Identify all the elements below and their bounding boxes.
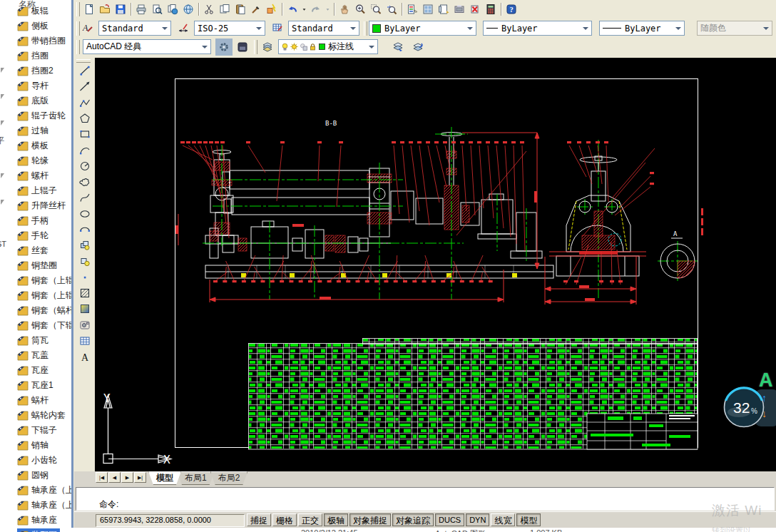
status-toggle-极轴[interactable]: 极轴 xyxy=(324,513,348,526)
status-toggle-线宽[interactable]: 线宽 xyxy=(491,513,515,526)
draw-tool-circle-button[interactable] xyxy=(76,158,93,174)
text-style-button[interactable]: A xyxy=(80,20,96,36)
chevron-down-icon[interactable] xyxy=(465,21,475,35)
file-list-item[interactable]: 铜套（上辊 xyxy=(17,274,74,287)
toolbar-etransmit-button[interactable] xyxy=(180,1,196,17)
command-input-area[interactable]: 命令: xyxy=(76,487,775,511)
toolbar-plot-button[interactable] xyxy=(133,1,149,17)
chevron-down-icon[interactable] xyxy=(200,40,210,53)
file-list-item[interactable]: 手轮 xyxy=(17,229,48,242)
draw-tool-line-button[interactable] xyxy=(76,63,93,78)
file-list-item[interactable]: 手柄 xyxy=(17,214,48,227)
toolbar-cut-button[interactable] xyxy=(201,1,217,17)
file-list-item[interactable]: 瓦盖 xyxy=(17,349,48,362)
toolbar-caret-gray-button[interactable] xyxy=(324,1,332,17)
toolbar-match-properties-button[interactable] xyxy=(248,1,264,17)
sun-freeze-icon[interactable] xyxy=(299,42,308,51)
toolbar-zoom-previous-button[interactable] xyxy=(384,1,399,17)
file-list-item[interactable]: 轴承座 xyxy=(17,513,57,527)
file-list-item[interactable]: 带销挡圈 xyxy=(17,34,66,48)
draw-tool-ellipse-button[interactable] xyxy=(76,206,93,222)
make-object-layer-current-button[interactable] xyxy=(389,39,407,56)
drawing-canvas[interactable]: B-B A Y X xyxy=(95,58,776,471)
draw-tool-arc-button[interactable] xyxy=(76,142,93,158)
tab-模型[interactable]: 模型 xyxy=(148,471,181,485)
toolpalette-toggle-button[interactable] xyxy=(234,39,251,56)
draw-tool-polyline-button[interactable] xyxy=(76,95,93,111)
file-list-item[interactable]: 上辊子 xyxy=(17,184,57,198)
status-toggle-正交[interactable]: 正交 xyxy=(298,513,322,526)
draw-tool-revision-cloud-button[interactable] xyxy=(76,174,93,190)
workspace-combo[interactable]: AutoCAD 经典 xyxy=(83,39,211,54)
file-list-item[interactable]: 蜗杆 xyxy=(17,394,48,407)
chevron-down-icon[interactable] xyxy=(581,21,591,35)
file-list-item[interactable]: 铜套（蜗杆 xyxy=(17,304,74,317)
toolbar-new-button[interactable] xyxy=(81,1,97,17)
dim-style-combo[interactable]: ISO-25 xyxy=(194,21,265,36)
toolbar-sheetset-manager-button[interactable] xyxy=(451,1,467,17)
tab-布局1[interactable]: 布局1 xyxy=(177,471,215,485)
draw-tool-ellipse-arc-button[interactable] xyxy=(76,222,93,237)
file-list-item[interactable]: 销轴 xyxy=(17,439,48,452)
table-style-combo[interactable]: Standard xyxy=(288,21,359,36)
toolbar-plot-preview-button[interactable] xyxy=(149,1,165,17)
draw-tool-table-button[interactable] xyxy=(76,333,93,349)
toolbar-paste-button[interactable] xyxy=(233,1,248,17)
draw-tool-construction-line-button[interactable] xyxy=(76,78,93,94)
status-toggle-捕捉[interactable]: 捕捉 xyxy=(247,513,271,526)
toolbar-markup-manager-button[interactable] xyxy=(467,1,483,17)
tab-布局2[interactable]: 布局2 xyxy=(210,471,248,485)
draw-tool-make-block-button[interactable] xyxy=(76,254,93,270)
draw-tool-multiline-text-button[interactable]: A xyxy=(76,349,93,364)
file-list-item[interactable]: 铜套（上辊 xyxy=(17,289,74,302)
file-list-item[interactable]: 筒瓦 xyxy=(17,334,48,347)
file-list-item[interactable]: 圆钢 xyxy=(17,469,48,482)
toolbar-grip[interactable] xyxy=(76,40,80,54)
file-list-item[interactable]: 挡圈2 xyxy=(17,64,53,78)
color-control-combo[interactable]: ByLayer xyxy=(369,21,476,36)
toolbar-pan-button[interactable] xyxy=(337,1,352,17)
file-list-item[interactable]: 小齿轮 xyxy=(17,454,57,467)
file-list-item[interactable]: 瓦座 xyxy=(17,364,48,377)
chevron-down-icon[interactable] xyxy=(673,21,683,35)
percent-gauge[interactable]: 32 % xyxy=(722,385,766,429)
file-list-item[interactable]: 铜套（下辊 xyxy=(17,319,74,332)
tab-nav-button[interactable]: ◀ xyxy=(108,472,121,483)
colorbox-icon[interactable] xyxy=(317,42,327,51)
sun-icon[interactable] xyxy=(290,42,299,51)
toolbar-redo-button[interactable] xyxy=(308,1,324,17)
toolbar-save-button[interactable] xyxy=(113,1,128,17)
text-style-combo[interactable]: Standard xyxy=(98,21,171,36)
file-list-item[interactable]: 铜垫圈 xyxy=(17,259,57,272)
file-list-item[interactable]: 螺杆 xyxy=(17,169,48,183)
status-toggle-对象捕捉[interactable]: 对象捕捉 xyxy=(349,513,391,526)
toolbar-undo-button[interactable] xyxy=(285,1,300,17)
file-list-item[interactable]: 横板 xyxy=(17,139,48,153)
tab-nav-button[interactable]: ▶| xyxy=(134,472,146,483)
toolbar-copy-button[interactable] xyxy=(217,1,233,17)
file-list-item[interactable]: 底版 xyxy=(17,94,48,108)
file-list-item[interactable]: 升降丝杆 xyxy=(17,199,66,213)
toolbar-publish-button[interactable] xyxy=(165,1,180,17)
file-list-item[interactable]: 蜗轮内套 xyxy=(17,409,66,422)
tab-nav-button[interactable]: |◀ xyxy=(96,472,108,483)
lineweight-control-combo[interactable]: ByLayer xyxy=(599,21,685,36)
toolbar-caret-button[interactable] xyxy=(300,1,308,17)
draw-tool-point-button[interactable] xyxy=(76,270,93,285)
chevron-down-icon[interactable] xyxy=(160,21,170,35)
chevron-down-icon[interactable] xyxy=(348,21,358,35)
status-toggle-DUCS[interactable]: DUCS xyxy=(435,513,464,526)
toolbar-zoom-realtime-button[interactable] xyxy=(352,1,368,17)
file-list-item[interactable]: 侧板 xyxy=(17,19,48,33)
draw-tool-hatch-button[interactable] xyxy=(76,285,93,301)
draw-tool-rectangle-button[interactable] xyxy=(76,126,93,142)
toolbar-zoom-window-button[interactable] xyxy=(368,1,384,17)
file-list-item[interactable]: 挡圈 xyxy=(17,49,48,63)
workspace-settings-button[interactable] xyxy=(215,39,233,56)
table-style-button[interactable] xyxy=(270,20,285,36)
toolbar-designcenter-button[interactable] xyxy=(420,1,436,17)
linetype-control-combo[interactable]: ByLayer xyxy=(483,21,592,36)
file-list-item[interactable]: 导杆 xyxy=(17,79,48,93)
toolbar-open-button[interactable] xyxy=(97,1,113,17)
layer-properties-button[interactable] xyxy=(258,39,277,56)
